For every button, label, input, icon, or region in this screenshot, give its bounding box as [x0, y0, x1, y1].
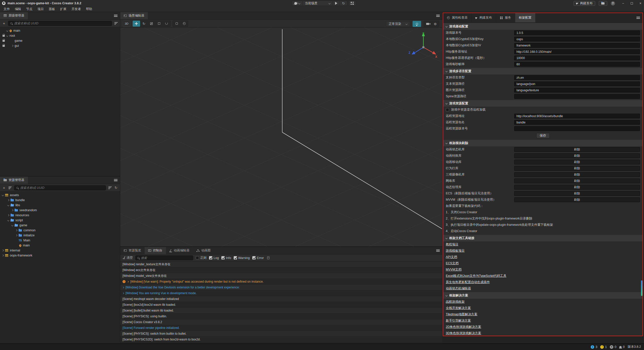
console-search-input[interactable] — [141, 256, 191, 260]
expand-icon[interactable] — [15, 229, 17, 231]
remote-load-checkbox[interactable]: 游戏中资源是否远程加载 — [443, 107, 642, 113]
panel-menu-icon[interactable] — [436, 249, 440, 252]
open-project-folder-button[interactable] — [599, 1, 607, 6]
assets-search-input[interactable] — [20, 186, 104, 190]
expand-log-icon[interactable] — [127, 281, 129, 282]
tab-framework-config[interactable]: 框架配置 — [515, 13, 536, 22]
expand-icon[interactable] — [7, 214, 9, 216]
crypto-iv-input[interactable] — [514, 43, 640, 48]
link-tactics-framework[interactable]: 战棋游戏框架 — [446, 300, 465, 304]
remove-module-button[interactable]: 剔除 — [514, 160, 640, 164]
remote-url-input[interactable] — [514, 114, 640, 118]
section-language-config[interactable]: 游戏多语言配置 — [443, 68, 642, 74]
sort-assets-button[interactable] — [8, 187, 12, 189]
scene-select[interactable]: 当前场景 — [303, 1, 333, 6]
section-doc-links[interactable]: 框架文档工具链接 — [443, 235, 642, 241]
expand-icon[interactable] — [7, 219, 9, 221]
log-row-info[interactable]: [Window] Download the Vue Devtools exten… — [120, 285, 442, 290]
game-version-input[interactable] — [514, 30, 640, 35]
expand-icon[interactable] — [11, 224, 13, 226]
filter-error-checkbox[interactable]: Error — [252, 256, 264, 260]
create-asset-button[interactable] — [2, 186, 6, 190]
expand-log-icon[interactable] — [122, 286, 124, 288]
console-search[interactable] — [135, 255, 193, 260]
console-autoscroll-button[interactable] — [266, 256, 270, 259]
expand-icon[interactable] — [6, 35, 8, 37]
log-row-warning[interactable]: ! [Window] [Vue warn]: Property "onInput… — [120, 279, 442, 285]
hierarchy-filter-button[interactable] — [114, 22, 118, 25]
menu-panel[interactable]: 面板 — [46, 7, 58, 11]
remove-module-button[interactable]: 剔除 — [514, 147, 640, 152]
preview-qr-button[interactable] — [348, 1, 356, 6]
section-solutions[interactable]: 框架解决方案 — [443, 292, 642, 299]
hierarchy-row-game[interactable]: game — [0, 38, 120, 43]
log-row[interactable]: [Scene] [bullet]:bullet wasm lib loaded. — [120, 308, 442, 314]
link-game-template[interactable]: 游戏模板项目 — [446, 249, 465, 253]
link-tutorial-project[interactable]: 教程项目 — [446, 242, 458, 247]
expand-icon[interactable] — [2, 254, 4, 256]
asset-row[interactable]: libs — [0, 203, 120, 208]
log-row[interactable]: [Window] render_texture文件夹存在 — [120, 261, 442, 267]
link-excel-tool[interactable]: Excel格式转Json文件与TypeScript代码工具 — [446, 274, 506, 278]
scene-viewport[interactable]: Y X Z — [120, 28, 442, 246]
asset-row[interactable]: common — [0, 228, 120, 233]
tab-animation-graph[interactable]: 动画图 — [193, 247, 214, 254]
link-guide-solution[interactable]: 新手引导解决方案 — [446, 319, 471, 323]
expand-icon[interactable] — [11, 209, 13, 211]
scene-gear-button[interactable] — [431, 21, 439, 27]
close-button[interactable]: × — [639, 1, 641, 5]
coordinate-toggle-button[interactable] — [180, 21, 188, 27]
help-button[interactable]: ? — [611, 1, 615, 6]
expand-icon[interactable] — [2, 194, 4, 196]
menu-help[interactable]: 帮助 — [84, 7, 95, 11]
filter-warning-checkbox[interactable]: Warning — [234, 256, 250, 260]
link-ecs-docs[interactable]: ECS文档 — [446, 261, 459, 266]
hierarchy-search[interactable] — [8, 21, 112, 26]
log-row[interactable]: [Scene] Cocos Creator v3.8.2 — [120, 319, 442, 325]
lang-texture-path-input[interactable] — [514, 88, 640, 93]
create-node-button[interactable] — [2, 21, 6, 25]
projection-3d-button[interactable]: 3D — [123, 21, 130, 27]
remove-module-button[interactable]: 剔除 — [514, 197, 640, 202]
save-button[interactable]: 保存 — [536, 133, 550, 138]
menu-extension[interactable]: 扩展 — [58, 7, 69, 11]
move-tool-button[interactable] — [133, 21, 140, 27]
remove-module-button[interactable]: 剔除 — [514, 191, 640, 196]
error-count[interactable]: × 0 — [610, 345, 616, 349]
expand-log-icon[interactable] — [122, 292, 124, 294]
menu-project[interactable]: 项目 — [35, 7, 46, 11]
section-resource-config[interactable]: 游戏资源配置 — [443, 100, 642, 107]
link-mvvm-docs[interactable]: MVVM文档 — [446, 268, 462, 272]
remove-module-button[interactable]: 剔除 — [514, 179, 640, 183]
lighting-toggle-button[interactable] — [413, 21, 421, 27]
expand-icon[interactable] — [7, 199, 9, 201]
remove-module-button[interactable]: 剔除 — [514, 172, 640, 177]
filter-info-checkbox[interactable]: Info — [221, 256, 231, 260]
remove-module-button[interactable]: 剔除 — [514, 153, 640, 158]
remove-module-button[interactable]: 剔除 — [514, 166, 640, 171]
fps-input[interactable] — [514, 62, 640, 67]
tab-asset-preview[interactable]: 资源预览 — [120, 247, 145, 254]
expand-icon[interactable] — [2, 249, 4, 251]
assets-filter-button[interactable] — [108, 187, 112, 189]
link-fullstack-solution[interactable]: 全栈开发解决方案 — [446, 306, 471, 310]
lang-json-path-input[interactable] — [514, 81, 640, 86]
axis-gizmo[interactable]: Y X Z — [407, 30, 440, 62]
link-tiledmap-solution[interactable]: Tiledmap地图解决方案 — [446, 312, 477, 317]
section-base-config[interactable]: 游戏基础配置 — [443, 23, 642, 30]
expand-icon[interactable] — [15, 234, 17, 236]
log-row[interactable]: [Scene] meshopt wasm decoder initialized — [120, 296, 442, 302]
tab-property-inspector[interactable]: 属性检查器 — [443, 13, 472, 22]
asset-row[interactable]: initialize — [0, 233, 120, 238]
expand-icon[interactable] — [7, 204, 9, 206]
regex-checkbox[interactable]: 正则 — [196, 256, 207, 260]
build-publish-button[interactable]: 构建发布 — [574, 1, 595, 6]
asset-row[interactable]: script — [0, 218, 120, 223]
asset-row[interactable]: resources — [0, 213, 120, 218]
tab-build-publish[interactable]: 构建发布 — [472, 13, 496, 22]
pivot-toggle-button[interactable] — [173, 21, 180, 27]
menu-edit[interactable]: 编辑 — [12, 7, 24, 11]
scale-tool-button[interactable] — [148, 21, 155, 27]
asset-row[interactable]: bundle — [0, 198, 120, 203]
crypto-key-input[interactable] — [514, 37, 640, 41]
